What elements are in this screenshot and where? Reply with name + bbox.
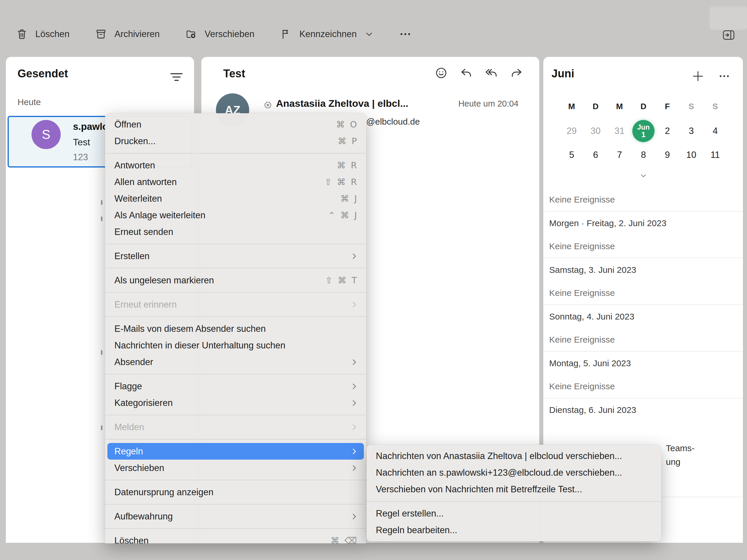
calendar-day[interactable]: 5 (560, 146, 584, 164)
today-day-number: 1 (641, 131, 645, 138)
weekday-label: S (679, 101, 703, 112)
menu-item-verschieben-von-nachrichten-mit-betreffzeile-test[interactable]: Verschieben von Nachrichten mit Betreffz… (366, 481, 661, 498)
calendar-day[interactable]: 10 (679, 146, 703, 164)
menu-separator (105, 316, 366, 317)
forward-icon[interactable] (510, 66, 523, 80)
menu-item-shortcut: ⇧ ⌘ T (325, 275, 358, 285)
message-timestamp: Heute um 20:04 (458, 99, 518, 108)
outlook-window: Löschen Archivieren Verschieben Kennzeic… (0, 0, 747, 560)
menu-item-nachrichten-in-dieser-unterhaltung-suchen[interactable]: Nachrichten in dieser Unterhaltung suche… (105, 337, 366, 354)
menu-item-regel-erstellen[interactable]: Regel erstellen... (366, 505, 661, 522)
menu-item-regeln[interactable]: Regeln (107, 443, 364, 460)
menu-item-verschieben[interactable]: Verschieben (105, 460, 366, 476)
menu-item-drucken[interactable]: Drucken...⌘ P (105, 133, 366, 149)
email-preview: 123 (73, 152, 88, 162)
menu-item-erneut-senden[interactable]: Erneut senden (105, 224, 366, 240)
menu-separator (105, 439, 366, 439)
chevron-right-icon (351, 399, 358, 407)
menu-item-erstellen[interactable]: Erstellen (105, 248, 366, 264)
plus-icon[interactable] (692, 70, 704, 83)
menu-item-regeln-bearbeiten[interactable]: Regeln bearbeiten... (366, 522, 661, 538)
chevron-down-icon[interactable] (637, 172, 650, 179)
panel-right-icon[interactable] (722, 30, 735, 40)
calendar-day[interactable]: 2 (655, 119, 679, 143)
agenda-list: Keine EreignisseMorgen · Freitag, 2. Jun… (543, 188, 743, 422)
menu-separator (105, 268, 366, 269)
calendar-day[interactable]: 9 (655, 146, 679, 164)
menu-item-shortcut: ⌘ P (338, 136, 358, 146)
toolbar-more-button[interactable] (399, 28, 411, 40)
menu-separator (105, 374, 366, 375)
archive-icon (95, 28, 107, 40)
today-circle: Jun1 (632, 120, 654, 142)
menu-item-weiterleiten[interactable]: Weiterleiten⌘ J (105, 190, 366, 207)
menu-item-label: Kategorisieren (114, 398, 173, 408)
menu-item-label: Regeln (114, 446, 143, 457)
calendar-day[interactable]: 30 (584, 119, 608, 143)
filter-icon[interactable] (169, 72, 184, 83)
reply-icon[interactable] (460, 66, 473, 80)
email-sender: s.pawlo (73, 121, 108, 132)
menu-item-label: Antworten (114, 160, 155, 171)
chevron-down-icon[interactable] (365, 30, 374, 39)
email-subject: Test (73, 137, 90, 148)
menu-item-kategorisieren[interactable]: Kategorisieren (105, 394, 366, 411)
context-menu: Öffnen⌘ ODrucken...⌘ PAntworten⌘ RAllen … (105, 113, 366, 543)
menu-item-datenursprung-anzeigen[interactable]: Datenursprung anzeigen (105, 484, 366, 501)
calendar-title: Juni (551, 68, 574, 80)
delete-button[interactable]: Löschen (16, 28, 70, 40)
sender-name[interactable]: Anastasiia Zheltova | elbcl... (276, 98, 409, 109)
delete-button-label: Löschen (35, 29, 70, 40)
menu-item-erneut-erinnern: Erneut erinnern (105, 296, 366, 313)
move-button-label: Verschieben (205, 29, 254, 40)
menu-item-label: Nachrichten von Anastasiia Zheltova | el… (376, 451, 622, 461)
menu-item-label: Erstellen (114, 251, 150, 261)
calendar-day[interactable]: 4 (703, 119, 727, 143)
calendar-day[interactable]: 7 (608, 146, 632, 164)
menu-item-als-anlage-weiterleiten[interactable]: Als Anlage weiterleiten⌃ ⌘ J (105, 207, 366, 224)
menu-item-nachrichten-von-anastasiia-zheltova-elbcloud-verschieben[interactable]: Nachrichten von Anastasiia Zheltova | el… (366, 448, 661, 464)
menu-item-antworten[interactable]: Antworten⌘ R (105, 157, 366, 174)
menu-item-aufbewahrung[interactable]: Aufbewahrung (105, 508, 366, 525)
calendar-day[interactable]: 8 (632, 146, 655, 164)
menu-item-als-ungelesen-markieren[interactable]: Als ungelesen markieren⇧ ⌘ T (105, 272, 366, 288)
menu-item-offnen[interactable]: Öffnen⌘ O (105, 116, 366, 133)
menu-item-absender[interactable]: Absender (105, 354, 366, 370)
menu-item-e-mails-von-diesem-absender-suchen[interactable]: E-Mails von diesem Absender suchen (105, 321, 366, 337)
chevron-right-icon (351, 383, 358, 390)
menu-item-shortcut: ⇧ ⌘ R (325, 177, 358, 187)
flag-button[interactable]: Kennzeichnen (280, 28, 374, 40)
event-fragment-line2: ung (666, 455, 694, 469)
menu-item-shortcut: ⌘ ⌫ (331, 535, 358, 543)
calendar-day-today[interactable]: Jun1 (632, 119, 655, 143)
calendar-day[interactable]: 3 (679, 119, 703, 143)
archive-button[interactable]: Archivieren (95, 28, 160, 40)
menu-item-allen-antworten[interactable]: Allen antworten⇧ ⌘ R (105, 174, 366, 190)
smiley-icon[interactable] (435, 66, 448, 80)
calendar-header-actions (692, 70, 730, 83)
weekday-label: D (632, 101, 655, 112)
reply-all-icon[interactable] (485, 66, 498, 80)
calendar-day[interactable]: 31 (608, 119, 632, 143)
calendar-day[interactable]: 29 (560, 119, 584, 143)
menu-item-label: Absender (114, 357, 153, 367)
menu-item-shortcut: ⌘ R (337, 160, 358, 171)
menu-item-label: Allen antworten (114, 177, 177, 187)
menu-item-label: Erneut erinnern (114, 299, 177, 310)
menu-item-label: Drucken... (114, 136, 156, 147)
menu-item-loschen[interactable]: Löschen⌘ ⌫ (105, 532, 366, 543)
circled-x-icon (263, 101, 272, 109)
menu-item-shortcut: ⌃ ⌘ J (328, 210, 358, 220)
chevron-right-icon (351, 252, 358, 260)
avatar-initial: S (42, 127, 50, 142)
menu-item-shortcut: ⌘ J (340, 194, 358, 204)
today-month-label: Jun (637, 123, 650, 131)
event-item-fragment[interactable]: Teams- ung (666, 441, 694, 469)
menu-item-nachrichten-an-s-pawlowski-123-elbcloud-de-verschieben[interactable]: Nachrichten an s.pawlowski+123@elbcloud.… (366, 464, 661, 481)
move-button[interactable]: Verschieben (185, 28, 254, 40)
more-dots-icon[interactable] (718, 70, 730, 82)
menu-item-flagge[interactable]: Flagge (105, 378, 366, 394)
chevron-right-icon (351, 424, 358, 431)
calendar-day[interactable]: 6 (584, 146, 608, 164)
calendar-day[interactable]: 11 (703, 146, 727, 164)
